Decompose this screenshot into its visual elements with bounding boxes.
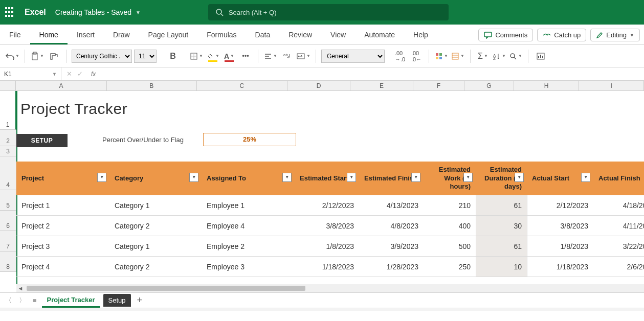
row-header[interactable]: 2	[0, 130, 16, 146]
tab-insert[interactable]: Insert	[68, 31, 104, 44]
tab-help[interactable]: Help	[404, 31, 437, 44]
cell[interactable]: 250	[424, 257, 476, 277]
wrap-text-button[interactable]: ab	[280, 49, 294, 63]
cell[interactable]: 400	[424, 216, 476, 236]
font-color-button[interactable]: A▼	[222, 49, 236, 63]
cell[interactable]: Category 1	[109, 195, 202, 215]
cell[interactable]: Employee 1	[202, 195, 295, 215]
search-box[interactable]: Search (Alt + Q)	[208, 4, 449, 20]
font-name-select[interactable]: Century Gothic ...	[72, 50, 132, 63]
filter-dropdown-icon[interactable]: ▾	[282, 173, 292, 182]
table-row[interactable]: Project 3Category 1Employee 21/8/20233/9…	[16, 236, 644, 257]
tab-data[interactable]: Data	[246, 31, 280, 44]
cell[interactable]: Employee 3	[202, 257, 295, 277]
cell[interactable]: 4/8/2023	[359, 216, 424, 236]
undo-button[interactable]: ▼	[5, 49, 19, 63]
decrease-decimal-button[interactable]: .00→.0	[393, 49, 407, 63]
cell[interactable]: 1/18/2023	[295, 257, 359, 277]
scroll-thumb[interactable]	[27, 286, 305, 291]
conditional-format-button[interactable]: ▼	[434, 49, 449, 63]
horizontal-scrollbar[interactable]: ◄	[16, 284, 644, 292]
tab-file[interactable]: File	[4, 31, 30, 44]
row-header[interactable]: 1	[0, 91, 16, 130]
cell[interactable]: 3/22/2023	[593, 236, 644, 256]
cell[interactable]: Project 1	[16, 195, 109, 215]
editing-button[interactable]: Editing ▼	[590, 29, 640, 41]
sheet-tab-active[interactable]: Project Tracker	[42, 293, 100, 308]
tab-automate[interactable]: Automate	[355, 31, 404, 44]
row-header[interactable]: 8	[0, 251, 16, 272]
sheet-nav-prev-icon[interactable]: 〈	[3, 296, 14, 305]
formula-input[interactable]	[104, 67, 644, 80]
row-header[interactable]: 3	[0, 146, 16, 156]
all-sheets-icon[interactable]: ≡	[31, 296, 39, 304]
scroll-left-icon[interactable]: ◄	[16, 285, 25, 291]
filter-dropdown-icon[interactable]: ▾	[189, 173, 198, 182]
cell[interactable]: 3/8/2023	[527, 216, 593, 236]
table-row[interactable]: Project 1Category 1Employee 12/12/20234/…	[16, 195, 644, 216]
document-name[interactable]: Creating Tables - Saved ▼	[55, 8, 141, 16]
font-size-select[interactable]: 11	[134, 50, 157, 63]
tab-view[interactable]: View	[321, 31, 355, 44]
more-font-button[interactable]: •••	[238, 49, 253, 63]
analyze-button[interactable]	[534, 49, 548, 63]
row-header[interactable]: 7	[0, 231, 16, 251]
cell[interactable]: 61	[476, 195, 527, 215]
cell[interactable]: Employee 4	[202, 216, 295, 236]
page-title[interactable]: Project Tracker	[20, 100, 127, 118]
cell[interactable]: 2/12/2023	[295, 195, 359, 215]
cell[interactable]: 4/11/2023	[593, 216, 644, 236]
setup-button[interactable]: SETUP	[16, 134, 68, 147]
cell[interactable]: 30	[476, 216, 527, 236]
cell[interactable]: 1/28/2023	[359, 257, 424, 277]
format-painter-button[interactable]	[47, 49, 61, 63]
col-header[interactable]: C	[197, 81, 288, 91]
filter-dropdown-icon[interactable]: ▾	[581, 173, 590, 182]
find-button[interactable]: ▼	[508, 49, 523, 63]
merge-button[interactable]: ▼	[296, 49, 310, 63]
paste-button[interactable]: ▼	[30, 49, 45, 63]
fill-color-button[interactable]: ▼	[206, 49, 220, 63]
col-header[interactable]: F	[413, 81, 464, 91]
cell[interactable]: Project 3	[16, 236, 109, 256]
filter-dropdown-icon[interactable]: ▾	[515, 173, 524, 182]
confirm-formula-icon[interactable]: ✓	[77, 70, 83, 78]
cell[interactable]: Category 1	[109, 236, 202, 256]
col-header[interactable]: H	[514, 81, 579, 91]
select-all-corner[interactable]	[0, 81, 16, 91]
tab-review[interactable]: Review	[279, 31, 321, 44]
filter-dropdown-icon[interactable]: ▾	[411, 173, 420, 182]
align-button[interactable]: ▼	[263, 49, 278, 63]
cancel-formula-icon[interactable]: ✕	[66, 70, 72, 78]
add-sheet-button[interactable]: +	[134, 295, 146, 306]
tab-formulas[interactable]: Formulas	[197, 31, 246, 44]
sort-filter-button[interactable]: AZ▼	[492, 49, 506, 63]
table-row[interactable]: Project 2Category 2Employee 43/8/20234/8…	[16, 216, 644, 236]
sheet-nav-next-icon[interactable]: 〉	[17, 296, 28, 305]
app-launcher-icon[interactable]	[5, 7, 15, 17]
cell[interactable]: Project 2	[16, 216, 109, 236]
col-header[interactable]: E	[350, 81, 413, 91]
tab-page-layout[interactable]: Page Layout	[139, 31, 198, 44]
bold-button[interactable]: B	[166, 49, 180, 63]
fx-icon[interactable]: fx	[88, 71, 99, 78]
comments-button[interactable]: Comments	[478, 29, 533, 41]
col-header[interactable]: A	[16, 81, 107, 91]
cell[interactable]: 4/13/2023	[359, 195, 424, 215]
tab-draw[interactable]: Draw	[104, 31, 139, 44]
cell[interactable]: 1/8/2023	[527, 236, 593, 256]
cell[interactable]: 1/18/2023	[527, 257, 593, 277]
cell[interactable]: 2/12/2023	[527, 195, 593, 215]
cell[interactable]: 500	[424, 236, 476, 256]
increase-decimal-button[interactable]: .00.0←	[409, 49, 424, 63]
filter-dropdown-icon[interactable]: ▾	[463, 173, 473, 182]
cell[interactable]: 10	[476, 257, 527, 277]
filter-dropdown-icon[interactable]: ▾	[97, 173, 106, 182]
flag-value-cell[interactable]: 25%	[203, 133, 296, 146]
autosum-button[interactable]: Σ▼	[476, 49, 490, 63]
row-header[interactable]: 4	[0, 156, 16, 190]
cell[interactable]: Employee 2	[202, 236, 295, 256]
col-header[interactable]: B	[107, 81, 197, 91]
table-row[interactable]: Project 4Category 2Employee 31/18/20231/…	[16, 257, 644, 277]
cell[interactable]: 61	[476, 236, 527, 256]
